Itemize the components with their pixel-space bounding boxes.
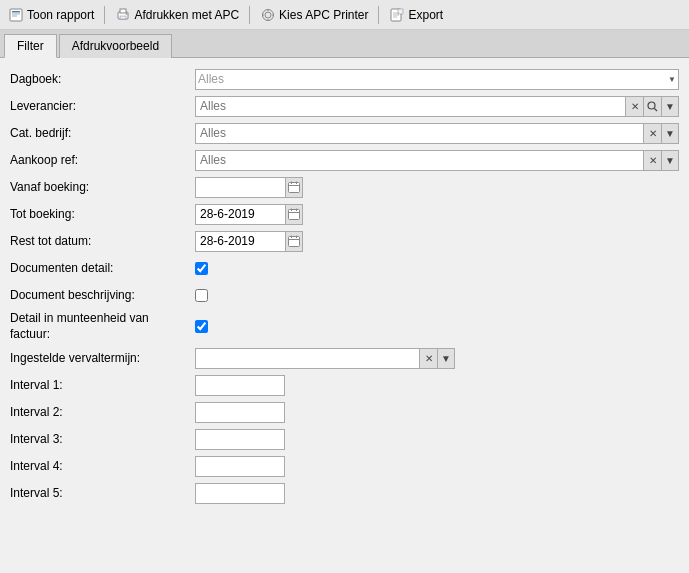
vanaf-boeking-date-wrap — [195, 177, 303, 198]
documenten-detail-label: Documenten detail: — [10, 261, 195, 275]
document-beschrijving-checkbox[interactable] — [195, 289, 208, 302]
interval4-label: Interval 4: — [10, 459, 195, 473]
toolbar: Toon rapport Afdrukken met APC Kies — [0, 0, 689, 30]
ingestelde-vervalmijn-dropdown-btn[interactable]: ▼ — [437, 348, 455, 369]
aankoop-ref-control: ✕ ▼ — [195, 150, 679, 171]
export-icon — [389, 7, 405, 23]
interval5-row: Interval 5: — [10, 482, 679, 504]
separator-1 — [104, 6, 105, 24]
vanaf-boeking-input[interactable] — [195, 177, 285, 198]
ingestelde-vervalmijn-row: Ingestelde vervaltermijn: ✕ ▼ — [10, 347, 679, 369]
svg-point-9 — [265, 12, 271, 18]
tab-afdrukvoorbeeld[interactable]: Afdrukvoorbeeld — [59, 34, 172, 58]
svg-rect-29 — [289, 237, 300, 247]
interval1-input[interactable] — [195, 375, 285, 396]
tot-boeking-row: Tot boeking: — [10, 203, 679, 225]
interval4-control — [195, 456, 679, 477]
cat-bedrijf-clear-btn[interactable]: ✕ — [643, 123, 661, 144]
tot-boeking-control — [195, 204, 679, 225]
aankoop-ref-dropdown-btn[interactable]: ▼ — [661, 150, 679, 171]
aankoop-ref-combo: ✕ ▼ — [195, 150, 679, 171]
svg-rect-0 — [10, 9, 22, 21]
afdrukken-button[interactable]: Afdrukken met APC — [111, 5, 243, 25]
filter-panel: Dagboek: Alles Leverancier: ✕ ▼ Cat. bed… — [0, 58, 689, 573]
svg-rect-2 — [12, 13, 20, 14]
document-beschrijving-control — [195, 289, 679, 302]
vanaf-boeking-control — [195, 177, 679, 198]
svg-point-7 — [126, 13, 128, 15]
rest-tot-datum-label: Rest tot datum: — [10, 234, 195, 248]
aankoop-ref-clear-btn[interactable]: ✕ — [643, 150, 661, 171]
cat-bedrijf-input[interactable] — [195, 123, 643, 144]
kies-printer-button[interactable]: Kies APC Printer — [256, 5, 372, 25]
dagboek-control: Alles — [195, 69, 679, 90]
documenten-detail-control — [195, 262, 679, 275]
rest-tot-datum-row: Rest tot datum: — [10, 230, 679, 252]
svg-rect-25 — [289, 210, 300, 220]
vanaf-boeking-label: Vanaf boeking: — [10, 180, 195, 194]
rest-tot-datum-input[interactable] — [195, 231, 285, 252]
svg-line-20 — [655, 108, 658, 111]
dagboek-select[interactable]: Alles — [195, 69, 679, 90]
afdrukken-label: Afdrukken met APC — [134, 8, 239, 22]
svg-rect-3 — [12, 15, 17, 16]
ingestelde-vervalmijn-clear-btn[interactable]: ✕ — [419, 348, 437, 369]
tot-boeking-label: Tot boeking: — [10, 207, 195, 221]
interval2-label: Interval 2: — [10, 405, 195, 419]
interval3-control — [195, 429, 679, 450]
aankoop-ref-row: Aankoop ref: ✕ ▼ — [10, 149, 679, 171]
tot-boeking-input[interactable] — [195, 204, 285, 225]
svg-rect-6 — [120, 16, 126, 19]
svg-rect-1 — [12, 11, 20, 13]
leverancier-input[interactable] — [195, 96, 625, 117]
toon-rapport-label: Toon rapport — [27, 8, 94, 22]
interval1-control — [195, 375, 679, 396]
dagboek-row: Dagboek: Alles — [10, 68, 679, 90]
dagboek-label: Dagboek: — [10, 72, 195, 86]
interval5-input[interactable] — [195, 483, 285, 504]
interval5-control — [195, 483, 679, 504]
rest-tot-datum-calendar-btn[interactable] — [285, 231, 303, 252]
tot-boeking-calendar-btn[interactable] — [285, 204, 303, 225]
cat-bedrijf-control: ✕ ▼ — [195, 123, 679, 144]
rest-tot-datum-control — [195, 231, 679, 252]
interval1-row: Interval 1: — [10, 374, 679, 396]
interval4-row: Interval 4: — [10, 455, 679, 477]
toon-rapport-button[interactable]: Toon rapport — [4, 5, 98, 25]
kies-printer-icon — [260, 7, 276, 23]
svg-point-19 — [648, 102, 655, 109]
documenten-detail-checkbox[interactable] — [195, 262, 208, 275]
leverancier-search-btn[interactable] — [643, 96, 661, 117]
cat-bedrijf-row: Cat. bedrijf: ✕ ▼ — [10, 122, 679, 144]
interval3-input[interactable] — [195, 429, 285, 450]
svg-point-8 — [263, 9, 274, 20]
ingestelde-vervalmijn-label: Ingestelde vervaltermijn: — [10, 351, 195, 365]
vanaf-boeking-calendar-btn[interactable] — [285, 177, 303, 198]
ingestelde-vervalmijn-input[interactable] — [195, 348, 419, 369]
ingestelde-vervalmijn-control: ✕ ▼ — [195, 348, 679, 369]
vanaf-boeking-row: Vanaf boeking: — [10, 176, 679, 198]
detail-munteenheid-checkbox[interactable] — [195, 320, 208, 333]
leverancier-control: ✕ ▼ — [195, 96, 679, 117]
leverancier-clear-btn[interactable]: ✕ — [625, 96, 643, 117]
leverancier-row: Leverancier: ✕ ▼ — [10, 95, 679, 117]
leverancier-dropdown-btn[interactable]: ▼ — [661, 96, 679, 117]
toon-rapport-icon — [8, 7, 24, 23]
interval4-input[interactable] — [195, 456, 285, 477]
aankoop-ref-label: Aankoop ref: — [10, 153, 195, 167]
document-beschrijving-row: Document beschrijving: — [10, 284, 679, 306]
interval1-label: Interval 1: — [10, 378, 195, 392]
tab-filter[interactable]: Filter — [4, 34, 57, 58]
leverancier-label: Leverancier: — [10, 99, 195, 113]
cat-bedrijf-dropdown-btn[interactable]: ▼ — [661, 123, 679, 144]
detail-munteenheid-row: Detail in munteenheid van factuur: — [10, 311, 679, 342]
export-button[interactable]: Export — [385, 5, 447, 25]
separator-2 — [249, 6, 250, 24]
interval3-label: Interval 3: — [10, 432, 195, 446]
aankoop-ref-input[interactable] — [195, 150, 643, 171]
rest-tot-datum-date-wrap — [195, 231, 303, 252]
document-beschrijving-label: Document beschrijving: — [10, 288, 195, 302]
cat-bedrijf-combo: ✕ ▼ — [195, 123, 679, 144]
svg-rect-21 — [289, 183, 300, 193]
interval2-input[interactable] — [195, 402, 285, 423]
